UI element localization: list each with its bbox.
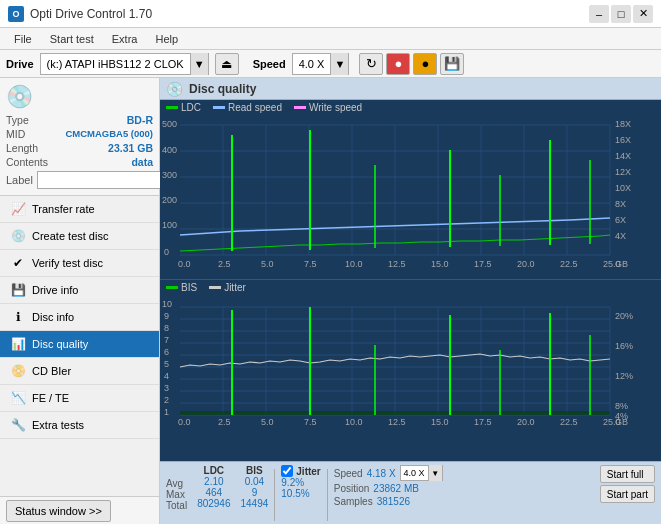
sidebar-item-drive-info[interactable]: 💾 Drive info: [0, 277, 159, 304]
stats-bis-total: 14494: [241, 498, 269, 509]
extra-tests-label: Extra tests: [32, 419, 84, 431]
stats-ldc-col: LDC 2.10 464 802946: [197, 465, 230, 511]
disc-info-label: Disc info: [32, 311, 74, 323]
svg-text:10.0: 10.0: [345, 417, 363, 425]
speed-select-container[interactable]: 4.0 X ▼: [292, 53, 350, 75]
menu-help[interactable]: Help: [147, 31, 186, 47]
svg-text:0.0: 0.0: [178, 417, 191, 425]
disc-label-label: Label: [6, 174, 33, 186]
charts-area: LDC Read speed Write speed: [160, 100, 661, 524]
disc-write-icon[interactable]: ●: [413, 53, 437, 75]
title-bar: O Opti Drive Control 1.70 – □ ✕: [0, 0, 661, 28]
svg-text:12%: 12%: [615, 371, 633, 381]
minimize-button[interactable]: –: [589, 5, 609, 23]
sidebar-item-disc-info[interactable]: ℹ Disc info: [0, 304, 159, 331]
svg-text:5.0: 5.0: [261, 417, 274, 425]
stats-avg-label: Avg: [166, 478, 187, 489]
top-chart-svg: 500 400 300 200 100 0 18X 16X 14X 12X 10…: [160, 115, 661, 270]
svg-text:10X: 10X: [615, 183, 631, 193]
speed-label: Speed: [253, 58, 286, 70]
svg-text:14X: 14X: [615, 151, 631, 161]
disc-contents-value: data: [131, 156, 153, 168]
svg-text:8: 8: [164, 323, 169, 333]
menu-file[interactable]: File: [6, 31, 40, 47]
stats-labels-col: Avg Max Total: [166, 465, 187, 511]
svg-text:GB: GB: [615, 417, 628, 425]
disc-panel-header: 💿: [6, 84, 153, 110]
disc-mid-row: MID CMCMAGBA5 (000): [6, 128, 153, 140]
stats-bis-header: BIS: [246, 465, 263, 476]
sidebar-item-verify-test-disc[interactable]: ✔ Verify test disc: [0, 250, 159, 277]
sidebar-item-transfer-rate[interactable]: 📈 Transfer rate: [0, 196, 159, 223]
sidebar-item-fe-te[interactable]: 📉 FE / TE: [0, 385, 159, 412]
svg-text:20.0: 20.0: [517, 259, 535, 269]
refresh-icon[interactable]: ↻: [359, 53, 383, 75]
svg-text:5.0: 5.0: [261, 259, 274, 269]
transfer-rate-icon: 📈: [10, 201, 26, 217]
menu-extra[interactable]: Extra: [104, 31, 146, 47]
svg-text:0: 0: [164, 247, 169, 257]
svg-text:6: 6: [164, 347, 169, 357]
maximize-button[interactable]: □: [611, 5, 631, 23]
speed-dropdown-arrow[interactable]: ▼: [330, 53, 348, 75]
svg-text:0.0: 0.0: [178, 259, 191, 269]
stats-jitter-avg: 9.2%: [281, 477, 320, 488]
ldc-legend-label: LDC: [181, 102, 201, 113]
svg-text:6X: 6X: [615, 215, 626, 225]
stats-speed-section: Speed 4.18 X 4.0 X ▼ Position 23862 MB: [334, 465, 443, 507]
speed-dropdown-container[interactable]: 4.0 X ▼: [400, 465, 443, 481]
speed-dropdown-arrow[interactable]: ▼: [428, 465, 442, 481]
stats-divider-1: [274, 469, 275, 521]
speed-label: Speed: [334, 468, 363, 479]
drive-dropdown-arrow[interactable]: ▼: [190, 53, 208, 75]
disc-label-row: Label ⚙: [6, 171, 153, 189]
sidebar-item-cd-bier[interactable]: 📀 CD BIer: [0, 358, 159, 385]
save-icon[interactable]: 💾: [440, 53, 464, 75]
disc-type-value: BD-R: [127, 114, 153, 126]
speed-value: 4.0 X: [293, 56, 331, 72]
disc-quality-header-icon: 💿: [166, 81, 183, 97]
close-button[interactable]: ✕: [633, 5, 653, 23]
sidebar-item-disc-quality[interactable]: 📊 Disc quality: [0, 331, 159, 358]
toolbar-icons: ↻ ● ● 💾: [359, 53, 464, 75]
app-icon: O: [8, 6, 24, 22]
menu-start-test[interactable]: Start test: [42, 31, 102, 47]
jitter-checkbox[interactable]: [281, 465, 293, 477]
stats-spacer: [166, 465, 187, 476]
svg-text:500: 500: [162, 119, 177, 129]
stats-max-label: Max: [166, 489, 187, 500]
svg-text:12X: 12X: [615, 167, 631, 177]
start-part-button[interactable]: Start part: [600, 485, 655, 503]
sidebar: 💿 Type BD-R MID CMCMAGBA5 (000) Length 2…: [0, 78, 160, 524]
jitter-legend: Jitter: [209, 282, 246, 293]
stats-ldc-max: 464: [205, 487, 222, 498]
status-window-button[interactable]: Status window >>: [6, 500, 111, 522]
read-speed-legend-label: Read speed: [228, 102, 282, 113]
disc-type-row: Type BD-R: [6, 114, 153, 126]
svg-text:15.0: 15.0: [431, 417, 449, 425]
sidebar-item-extra-tests[interactable]: 🔧 Extra tests: [0, 412, 159, 439]
write-speed-legend-label: Write speed: [309, 102, 362, 113]
drive-select-container[interactable]: (k:) ATAPI iHBS112 2 CLOK ▼: [40, 53, 209, 75]
svg-text:5: 5: [164, 359, 169, 369]
svg-text:300: 300: [162, 170, 177, 180]
samples-row: Samples 381526: [334, 496, 443, 507]
svg-text:22.5: 22.5: [560, 417, 578, 425]
fe-te-label: FE / TE: [32, 392, 69, 404]
position-value: 23862 MB: [373, 483, 419, 494]
drive-info-label: Drive info: [32, 284, 78, 296]
eject-button[interactable]: ⏏: [215, 53, 239, 75]
sidebar-item-create-test-disc[interactable]: 💿 Create test disc: [0, 223, 159, 250]
stats-main-row: Avg Max Total LDC 2.10 464 802946 BIS: [166, 465, 655, 521]
svg-text:GB: GB: [615, 259, 628, 269]
disc-read-icon[interactable]: ●: [386, 53, 410, 75]
bottom-chart-legend: BIS Jitter: [160, 280, 661, 295]
jitter-checkbox-row: Jitter: [281, 465, 320, 477]
disc-quality-label: Disc quality: [32, 338, 88, 350]
start-full-button[interactable]: Start full: [600, 465, 655, 483]
content-area: 💿 Disc quality LDC Read speed: [160, 78, 661, 524]
speed-row: Speed 4.18 X 4.0 X ▼: [334, 465, 443, 481]
disc-label-input[interactable]: [37, 171, 172, 189]
stats-bis-col: BIS 0.04 9 14494: [241, 465, 269, 511]
stats-bis-avg: 0.04: [245, 476, 264, 487]
